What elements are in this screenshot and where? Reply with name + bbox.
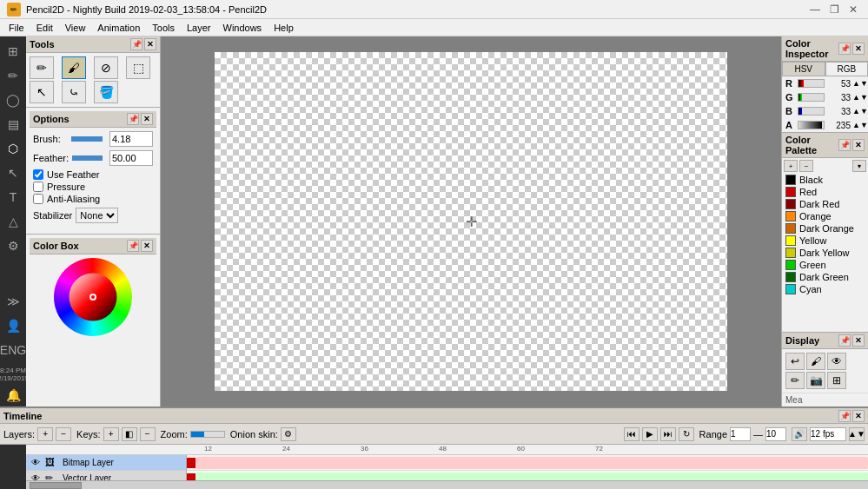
remove-layer-button[interactable]: −	[56, 427, 71, 441]
remove-keyframe-button[interactable]: −	[140, 427, 156, 441]
pressure-checkbox[interactable]	[33, 182, 43, 192]
menu-item-tools[interactable]: Tools	[147, 21, 180, 35]
skip-end-button[interactable]: ⏭	[660, 427, 676, 441]
fps-spin[interactable]: ▲▼	[849, 427, 865, 441]
sidebar-user-icon[interactable]: 👤	[2, 314, 24, 337]
display-pin-button[interactable]: 📌	[838, 334, 851, 347]
menu-item-help[interactable]: Help	[268, 21, 299, 35]
eraser-tool[interactable]: ⊘	[94, 56, 118, 79]
close-button[interactable]: ✕	[845, 2, 861, 17]
sidebar-eng-icon[interactable]: ENG	[2, 339, 24, 361]
keyframe-vector[interactable]	[187, 473, 195, 480]
add-layer-button[interactable]: +	[37, 427, 53, 441]
sidebar-shape-icon[interactable]: △	[2, 210, 24, 233]
skip-start-button[interactable]: ⏮	[624, 427, 639, 441]
scrollbar-thumb[interactable]	[30, 482, 82, 489]
sidebar-layer-icon[interactable]: ▤	[2, 113, 24, 135]
layer-row-0[interactable]: 👁 🖼 Bitmap Layer	[26, 455, 186, 471]
bucket-tool[interactable]: 🪣	[94, 81, 118, 103]
range-start-input[interactable]	[730, 427, 751, 441]
ci-pin-button[interactable]: 📌	[838, 43, 851, 55]
tab-hsv[interactable]: HSV	[782, 62, 825, 76]
display-brush-button[interactable]: 🖌	[806, 353, 825, 370]
palette-item-9[interactable]: Cyan	[782, 283, 868, 295]
range-end-input[interactable]	[765, 427, 786, 441]
stabilizer-select[interactable]: None	[76, 208, 118, 223]
display-draw-button[interactable]: ✏	[785, 372, 805, 389]
sidebar-expand-icon[interactable]: ≫	[2, 290, 24, 313]
menu-item-layer[interactable]: Layer	[182, 21, 216, 35]
display-grid-button[interactable]: ⊞	[827, 372, 846, 389]
display-eye-button[interactable]: 👁	[827, 353, 846, 370]
color-wheel[interactable]	[54, 258, 132, 336]
sidebar-grid-icon[interactable]: ⊞	[2, 40, 24, 63]
palette-item-2[interactable]: Dark Red	[782, 198, 868, 210]
sidebar-notification-icon[interactable]: 🔔	[2, 384, 24, 406]
sidebar-settings-icon[interactable]: ⚙	[2, 235, 24, 257]
brush-tool[interactable]: 🖌	[62, 56, 86, 79]
ci-a-spin[interactable]: ▲▼	[852, 121, 865, 129]
display-close-button[interactable]: ✕	[852, 334, 865, 347]
palette-add-button[interactable]: +	[784, 160, 798, 172]
anti-aliasing-checkbox[interactable]	[33, 194, 43, 204]
menu-item-view[interactable]: View	[60, 21, 91, 35]
timeline-close-button[interactable]: ✕	[852, 410, 865, 422]
ci-r-spin[interactable]: ▲▼	[852, 79, 865, 88]
menu-item-edit[interactable]: Edit	[31, 21, 58, 35]
zoom-slider[interactable]	[190, 431, 225, 438]
ci-b-spin[interactable]: ▲▼	[852, 107, 865, 116]
canvas[interactable]: ✛	[215, 52, 727, 391]
palette-item-3[interactable]: Orange	[782, 210, 868, 222]
palette-item-8[interactable]: Dark Green	[782, 271, 868, 283]
sidebar-pencil-icon[interactable]: ✏	[2, 64, 24, 87]
lasso-tool[interactable]: ⤿	[62, 81, 86, 103]
palette-pin-button[interactable]: 📌	[838, 139, 851, 151]
colorbox-close-button[interactable]: ✕	[141, 240, 153, 252]
canvas-area[interactable]: ✛	[161, 36, 781, 406]
loop-button[interactable]: ↻	[679, 427, 694, 441]
maximize-button[interactable]: ❐	[826, 2, 842, 17]
dup-keyframe-button[interactable]: ◧	[122, 427, 137, 441]
sidebar-brush-icon[interactable]: ⬡	[2, 137, 24, 160]
palette-item-6[interactable]: Dark Yellow	[782, 247, 868, 259]
layer-visibility-0[interactable]: 👁	[30, 457, 42, 469]
ci-close-button[interactable]: ✕	[852, 43, 865, 55]
menu-item-animation[interactable]: Animation	[92, 21, 145, 35]
tools-pin-button[interactable]: 📌	[130, 38, 142, 50]
brush-value-input[interactable]	[109, 131, 153, 147]
menu-item-file[interactable]: File	[3, 21, 30, 35]
minimize-button[interactable]: —	[807, 2, 823, 17]
layer-visibility-1[interactable]: 👁	[30, 472, 42, 481]
palette-item-1[interactable]: Red	[782, 186, 868, 198]
layer-row-1[interactable]: 👁 ✏ Vector Layer	[26, 471, 186, 480]
use-feather-checkbox[interactable]	[33, 169, 43, 180]
add-keyframe-button[interactable]: +	[103, 427, 119, 441]
options-close-button[interactable]: ✕	[141, 113, 153, 125]
feather-value-input[interactable]	[109, 150, 153, 166]
palette-remove-button[interactable]: −	[799, 160, 813, 172]
move-tool[interactable]: ↖	[30, 81, 54, 103]
timeline-pin-button[interactable]: 📌	[838, 410, 851, 422]
ci-g-spin[interactable]: ▲▼	[852, 93, 865, 102]
palette-item-7[interactable]: Green	[782, 259, 868, 271]
palette-menu-button[interactable]: ▾	[852, 160, 866, 172]
palette-item-5[interactable]: Yellow	[782, 235, 868, 247]
color-wheel-area[interactable]	[30, 254, 156, 340]
sidebar-text-icon[interactable]: T	[2, 186, 24, 208]
keyframe-bitmap[interactable]	[187, 458, 195, 468]
pencil-tool[interactable]: ✏	[30, 56, 54, 79]
onion-settings-button[interactable]: ⚙	[281, 427, 296, 441]
play-button[interactable]: ▶	[642, 427, 658, 441]
select-tool[interactable]: ⬚	[126, 56, 150, 79]
palette-item-4[interactable]: Dark Orange	[782, 222, 868, 235]
display-camera-button[interactable]: 📷	[806, 372, 825, 389]
colorbox-pin-button[interactable]: 📌	[127, 240, 139, 252]
palette-close-button[interactable]: ✕	[852, 139, 865, 151]
timeline-scrollbar[interactable]	[26, 480, 868, 489]
palette-item-0[interactable]: Black	[782, 174, 868, 186]
display-undo-button[interactable]: ↩	[785, 353, 805, 370]
tools-close-button[interactable]: ✕	[144, 38, 156, 50]
menu-item-windows[interactable]: Windows	[218, 21, 268, 35]
tab-rgb[interactable]: RGB	[825, 62, 869, 76]
fps-input[interactable]	[810, 427, 846, 441]
